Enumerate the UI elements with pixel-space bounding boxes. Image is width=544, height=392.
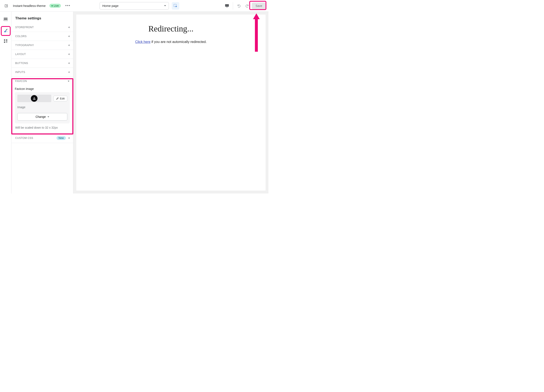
image-caption: Image [17,106,67,109]
chevron-left-icon [68,71,69,73]
svg-rect-4 [4,18,7,18]
svg-rect-3 [226,7,228,7]
page-selector-value: Home page [102,4,118,7]
dots-horizontal-icon: ••• [65,4,71,8]
panel-title: Theme settings [12,12,73,23]
preview-frame: Redirecting... Click here if you are not… [76,15,266,190]
undo-button[interactable] [235,2,242,10]
svg-rect-6 [4,20,7,21]
rail-theme-settings[interactable] [2,26,10,34]
theme-name: Instant-headless-theme [13,4,46,7]
inspector-toggle[interactable] [172,2,179,10]
svg-rect-8 [4,39,5,41]
rail-sections[interactable] [2,15,10,23]
favicon-helper-text: Will be scaled down to 32 x 32px [15,126,70,129]
desktop-icon [225,4,229,8]
section-layout[interactable]: Layout [12,50,73,59]
top-bar: Instant-headless-theme Live ••• Home pag… [0,0,268,12]
apps-icon [4,39,7,43]
sections-icon [4,18,8,21]
chevron-left-icon [68,44,69,46]
chevron-left-icon [68,62,69,64]
save-button[interactable]: Save [252,2,266,9]
live-dot-icon [52,5,53,6]
right-toolbar: Save [223,2,266,10]
edit-label: Edit [60,97,65,100]
edit-image-button[interactable]: Edit [53,96,67,101]
chevron-down-icon [68,81,69,82]
section-label: Buttons [15,62,28,65]
new-badge: New [56,136,66,140]
section-favicon[interactable]: Favicon [12,77,73,85]
section-label: Colors [15,35,27,38]
live-badge: Live [49,4,61,8]
redirect-rest: if you are not automically redirected. [150,40,207,44]
paintbrush-icon [3,28,8,33]
redirect-link[interactable]: Click here [135,40,150,44]
live-badge-label: Live [54,4,59,7]
section-inputs[interactable]: Inputs [12,68,73,77]
svg-rect-5 [4,19,7,20]
svg-rect-2 [225,4,229,7]
preview-area: Redirecting... Click here if you are not… [73,12,268,194]
rail-apps[interactable] [2,37,10,45]
section-custom-css[interactable]: Custom CSS New [12,133,73,143]
chevron-left-icon [68,36,69,37]
redirect-heading: Redirecting... [76,24,266,34]
exit-icon [4,4,8,8]
svg-point-7 [7,31,7,32]
section-label: Storefront [15,26,34,29]
section-buttons[interactable]: Buttons [12,59,73,68]
svg-rect-11 [34,99,35,100]
theme-settings-panel: Theme settings Storefront Colors Typogra… [12,12,73,194]
exit-button[interactable] [2,2,10,10]
section-label: Typography [15,44,34,47]
chevron-left-icon [68,53,69,55]
svg-rect-10 [4,42,5,43]
section-label: Layout [15,53,26,56]
section-label: Inputs [15,71,25,74]
favicon-logo-icon [33,97,36,100]
undo-icon [237,4,241,8]
section-label: Custom CSS [15,137,33,139]
favicon-preview [17,95,51,102]
chevron-left-icon [68,137,69,139]
chevron-down-icon [47,116,49,117]
section-label: Favicon [15,80,27,83]
favicon-preview-row: Edit [17,95,67,102]
left-icon-rail [0,12,12,194]
favicon-thumbnail [31,95,37,102]
section-storefront[interactable]: Storefront [12,23,73,32]
inspector-icon [173,4,177,8]
svg-rect-9 [6,39,7,41]
section-typography[interactable]: Typography [12,41,73,50]
redo-button[interactable] [243,2,251,10]
page-selector[interactable]: Home page [100,2,169,10]
favicon-section-body: Favicon image [12,85,73,133]
pencil-icon [56,97,59,100]
change-image-button[interactable]: Change [17,113,67,120]
section-right-group: New [56,136,69,140]
section-colors[interactable]: Colors [12,32,73,41]
chevron-down-icon [164,5,166,6]
viewport-desktop-button[interactable] [223,2,231,10]
favicon-field-label: Favicon image [15,87,70,90]
favicon-image-card: Edit Image Change [15,92,70,124]
more-actions-button[interactable]: ••• [65,2,71,9]
change-label: Change [35,115,46,119]
main-layout: Theme settings Storefront Colors Typogra… [0,12,268,194]
redo-icon [245,4,249,8]
redirect-text: Click here if you are not automically re… [76,40,266,44]
chevron-left-icon [68,26,69,28]
toolbar-divider [233,2,233,10]
